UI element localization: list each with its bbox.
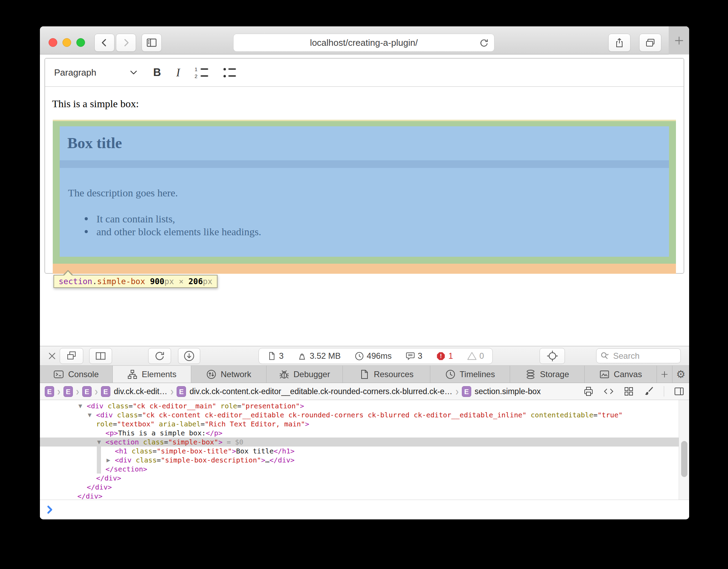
breadcrumb-item[interactable]: E: [45, 386, 54, 397]
breadcrumb-item[interactable]: E: [64, 386, 73, 397]
paint-flashing-button[interactable]: [644, 386, 654, 397]
dom-tree-row[interactable]: ▶<div class="simple-box-description">…</…: [40, 456, 689, 465]
debugger-icon: [279, 369, 289, 380]
devtools-reload-button[interactable]: [148, 348, 171, 364]
breadcrumb-separator: ›: [95, 385, 98, 398]
scrollbar-thumb[interactable]: [681, 441, 687, 477]
zoom-window-button[interactable]: [76, 38, 85, 47]
syntax-tag: <div: [115, 456, 136, 464]
stat-weight[interactable]: 3.52 MB: [297, 351, 340, 361]
bullet-glyph: [223, 75, 226, 77]
inspector-highlight-overlay: Box title The description goes here. It …: [53, 120, 676, 274]
tab-overview-button[interactable]: [639, 34, 661, 52]
address-bar[interactable]: localhost/creating-a-plugin/: [233, 34, 494, 52]
reload-icon[interactable]: [479, 38, 489, 48]
tab-debugger[interactable]: Debugger: [266, 366, 343, 383]
syntax-txt: [526, 411, 531, 419]
highlight-margin-band: [53, 264, 676, 274]
tab-canvas[interactable]: Canvas: [585, 366, 657, 383]
undock-button[interactable]: [60, 348, 83, 364]
stat-bubble[interactable]: 3: [406, 351, 422, 361]
back-button[interactable]: [94, 34, 115, 52]
devtools-search[interactable]: [596, 348, 681, 363]
tab-timelines[interactable]: Timelines: [430, 366, 510, 383]
dom-tree: ▼<div class="ck ck-editor__main" role="p…: [40, 400, 689, 500]
syntax-tag: >: [261, 456, 265, 464]
breadcrumb-item[interactable]: Ediv.ck.ck-content.ck-editor__editable.c…: [177, 386, 452, 397]
clock-icon: [355, 351, 364, 361]
console-prompt[interactable]: [40, 500, 689, 519]
timelines-icon: [445, 369, 456, 380]
console-icon: [53, 369, 64, 380]
url-text: localhost/creating-a-plugin/: [310, 37, 418, 48]
show-source-button[interactable]: [603, 386, 614, 397]
dom-tree-row[interactable]: </section>: [40, 465, 689, 474]
paragraph-dropdown[interactable]: Paragraph: [54, 67, 96, 78]
inspect-element-button[interactable]: [540, 348, 565, 364]
disclosure-right-icon[interactable]: ▶: [107, 456, 115, 465]
simple-box-title-block[interactable]: Box title: [60, 126, 669, 160]
syntax-tag: </p>: [206, 429, 222, 437]
scrollbar-track[interactable]: [679, 400, 689, 500]
breadcrumb-item[interactable]: E: [82, 386, 92, 397]
tab-elements[interactable]: Elements: [113, 366, 191, 383]
layout-grid-button[interactable]: [624, 386, 634, 397]
editor-paragraph-text[interactable]: This is a simple box:: [52, 98, 139, 110]
bulleted-list-button[interactable]: [223, 67, 236, 78]
dom-tree-row[interactable]: <p>This is a simple box:</p>: [40, 428, 689, 438]
dom-tree-row[interactable]: </div>: [40, 492, 689, 500]
devtools-settings-button[interactable]: ⚙: [672, 366, 689, 383]
stat-clock[interactable]: 496ms: [355, 351, 392, 361]
disclosure-down-icon[interactable]: ▼: [78, 401, 87, 410]
disclosure-down-icon[interactable]: ▼: [97, 438, 105, 447]
sidebar-toggle-button[interactable]: [142, 34, 162, 52]
forward-button[interactable]: [116, 34, 136, 52]
stat-warning[interactable]: 0: [467, 351, 484, 361]
minimize-window-button[interactable]: [62, 38, 71, 47]
dom-tree-row[interactable]: ▼<div class="ck ck-editor__main" role="p…: [40, 401, 689, 410]
bold-button[interactable]: B: [153, 66, 161, 79]
stat-document[interactable]: 3: [267, 351, 283, 361]
dom-tree-row[interactable]: </div>: [40, 474, 689, 483]
disclosure-down-icon[interactable]: ▼: [88, 410, 96, 419]
document-icon: [267, 351, 276, 360]
add-tab-button[interactable]: [657, 366, 672, 383]
tab-network[interactable]: Network: [191, 366, 266, 383]
dock-side-button[interactable]: [89, 348, 112, 364]
dom-tree-row[interactable]: role="textbox" aria-label="Rich Text Edi…: [40, 419, 689, 428]
plus-icon: [673, 35, 685, 46]
close-devtools-button[interactable]: [47, 351, 57, 361]
tab-resources[interactable]: Resources: [343, 366, 430, 383]
chevron-down-icon[interactable]: [130, 70, 137, 75]
split-view-icon: [95, 350, 106, 362]
tab-storage[interactable]: Storage: [510, 366, 585, 383]
new-tab-button[interactable]: [669, 26, 689, 54]
dom-tree-row[interactable]: </div>: [40, 483, 689, 492]
tab-label: Debugger: [294, 370, 330, 379]
syntax-txt: Box title: [236, 447, 273, 455]
breadcrumb-label: div.ck.ck-content.ck-editor__editable.ck…: [189, 387, 452, 396]
element-badge: E: [462, 386, 471, 397]
dom-tree-row[interactable]: ▼<div class="ck ck-content ck-editor__ed…: [40, 410, 689, 419]
tabs-icon: [645, 37, 655, 48]
simple-box-description-block[interactable]: The description goes here. It can contai…: [60, 168, 669, 257]
tooltip-unit: px: [203, 277, 213, 286]
details-sidebar-toggle[interactable]: [674, 386, 684, 397]
close-window-button[interactable]: [49, 38, 57, 47]
bubble-icon: [406, 351, 415, 361]
download-button[interactable]: [178, 348, 200, 364]
breadcrumb-item[interactable]: Esection.simple-box: [462, 386, 541, 397]
numbered-list-button[interactable]: 12: [195, 67, 208, 78]
dom-tree-row[interactable]: <h1 class="simple-box-title">Box title</…: [40, 447, 689, 456]
syntax-val: "true": [598, 411, 623, 419]
tab-console[interactable]: Console: [40, 366, 113, 383]
syntax-tag: >: [300, 402, 304, 410]
stat-error[interactable]: !1: [436, 351, 453, 361]
breadcrumb-item[interactable]: Ediv.ck.ck-edit…: [101, 386, 167, 397]
italic-button[interactable]: I: [176, 66, 180, 79]
storage-icon: [525, 369, 536, 380]
dom-tree-row-selected[interactable]: ▼<section class="simple-box"> = $0: [40, 438, 679, 447]
search-input[interactable]: [613, 351, 669, 361]
print-styles-button[interactable]: [583, 386, 594, 397]
share-button[interactable]: [608, 34, 630, 52]
